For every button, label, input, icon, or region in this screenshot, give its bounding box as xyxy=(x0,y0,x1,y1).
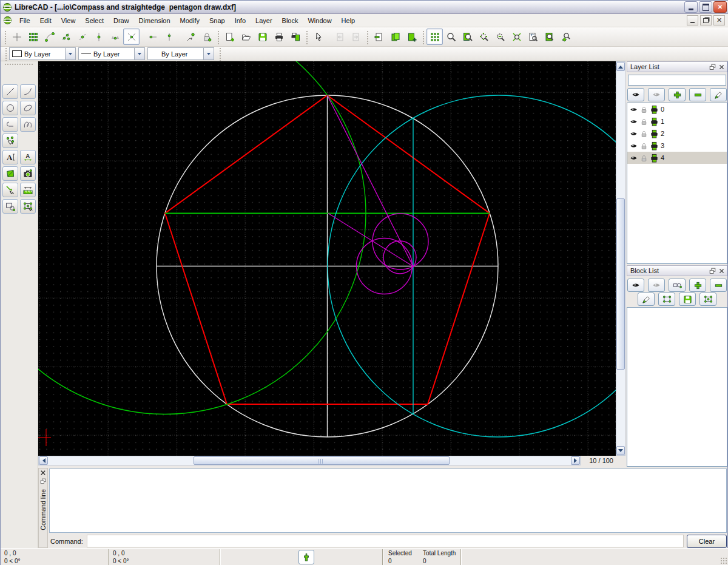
menu-dimension[interactable]: Dimension xyxy=(134,15,175,26)
layer-visible-icon[interactable] xyxy=(629,118,638,126)
menu-modify[interactable]: Modify xyxy=(175,15,204,26)
layer-visible-icon[interactable] xyxy=(629,130,638,138)
linewidth-combobox-arrow[interactable] xyxy=(203,48,214,59)
layer-row[interactable]: 1 xyxy=(627,115,727,127)
add-block-button[interactable] xyxy=(689,279,706,292)
snap-endpoint-button[interactable] xyxy=(41,29,58,45)
toolbar-grip[interactable] xyxy=(217,30,220,44)
drawing-svg[interactable] xyxy=(38,61,616,456)
menu-window[interactable]: Window xyxy=(303,15,336,26)
zoom-out-button[interactable] xyxy=(492,29,508,45)
snap-distance-button[interactable] xyxy=(107,29,123,45)
menu-draw[interactable]: Draw xyxy=(109,15,134,26)
scroll-left-button[interactable] xyxy=(39,456,48,465)
show-all-blocks-button[interactable] xyxy=(627,279,644,292)
palette-grip[interactable] xyxy=(4,63,34,66)
layer-lock-icon[interactable] xyxy=(640,106,648,113)
scroll-down-button[interactable] xyxy=(616,446,625,455)
paste-button[interactable] xyxy=(403,29,420,45)
layer-lock-icon[interactable] xyxy=(640,142,648,150)
add-layer-button[interactable] xyxy=(669,88,686,101)
snap-free-button[interactable] xyxy=(8,29,25,45)
menu-select[interactable]: Select xyxy=(80,15,109,26)
horizontal-scroll-thumb[interactable] xyxy=(194,456,450,465)
float-dock-icon[interactable] xyxy=(40,478,46,484)
block-insert-tool-button[interactable] xyxy=(2,199,18,214)
text-tool-button[interactable]: A xyxy=(2,150,18,164)
hide-all-blocks-button[interactable] xyxy=(648,279,665,292)
menu-layer[interactable]: Layer xyxy=(251,15,277,26)
image-tool-button[interactable] xyxy=(20,166,36,181)
menu-info[interactable]: Info xyxy=(230,15,251,26)
color-combobox[interactable]: By Layer xyxy=(9,47,76,60)
snap-middle-button[interactable] xyxy=(90,29,107,45)
undo-button[interactable] xyxy=(331,29,348,45)
layer-row[interactable]: 4 xyxy=(627,152,727,164)
lock-relative-zero-button[interactable] xyxy=(198,29,215,45)
toolbar-grip[interactable] xyxy=(4,47,7,61)
layer-row[interactable]: 3 xyxy=(627,140,727,152)
mdi-restore-button[interactable] xyxy=(700,15,712,25)
toolbar-grip[interactable] xyxy=(305,30,308,44)
show-all-layers-button[interactable] xyxy=(627,88,644,101)
measure-tool-button[interactable] xyxy=(20,183,36,197)
copy-button[interactable] xyxy=(387,29,403,45)
layer-print-icon[interactable] xyxy=(650,154,659,163)
linetype-combobox-arrow[interactable] xyxy=(134,48,144,59)
toolbar-grip[interactable] xyxy=(366,30,369,44)
line-tool-button[interactable] xyxy=(2,84,18,99)
layer-visible-icon[interactable] xyxy=(629,154,638,162)
close-panel-icon[interactable] xyxy=(718,64,725,70)
restrict-horizontal-button[interactable] xyxy=(144,29,161,45)
block-list[interactable] xyxy=(627,307,727,467)
layer-lock-icon[interactable] xyxy=(640,130,648,138)
menu-file[interactable]: File xyxy=(15,15,35,26)
window-minimize-button[interactable] xyxy=(684,1,698,13)
zoom-pan-button[interactable] xyxy=(558,29,574,45)
attributes-block-button[interactable] xyxy=(638,293,655,306)
new-file-button[interactable] xyxy=(221,29,238,45)
menu-view[interactable]: View xyxy=(56,15,81,26)
toolbar-grip[interactable] xyxy=(4,30,7,44)
restrict-vertical-button[interactable] xyxy=(161,29,177,45)
layer-row[interactable]: 2 xyxy=(627,127,727,140)
remove-block-button[interactable] xyxy=(710,279,727,292)
layer-lock-icon[interactable] xyxy=(640,118,648,126)
polyline-tool-button[interactable] xyxy=(2,117,18,132)
hatch-tool-button[interactable] xyxy=(2,166,18,181)
arc-tool-button[interactable] xyxy=(20,84,36,99)
close-panel-icon[interactable] xyxy=(718,268,725,274)
clear-button[interactable]: Clear xyxy=(687,535,727,548)
layer-list-titlebar[interactable]: Layer List xyxy=(627,61,727,72)
redo-button[interactable] xyxy=(348,29,364,45)
menu-snap[interactable]: Snap xyxy=(204,15,230,26)
zoom-page-button[interactable] xyxy=(541,29,558,45)
horizontal-scrollbar[interactable] xyxy=(38,456,581,465)
layer-print-icon[interactable] xyxy=(650,141,659,151)
layer-visible-icon[interactable] xyxy=(629,142,638,150)
zoom-in-button[interactable] xyxy=(476,29,492,45)
zoom-previous-button[interactable] xyxy=(525,29,541,45)
zoom-window-button[interactable] xyxy=(459,29,476,45)
select-tool-button[interactable] xyxy=(2,134,18,148)
layer-print-icon[interactable] xyxy=(650,105,659,114)
float-panel-icon[interactable] xyxy=(709,268,716,274)
snap-center-button[interactable] xyxy=(74,29,90,45)
block-edit-tool-button[interactable] xyxy=(20,199,36,214)
snap-grid-button[interactable] xyxy=(25,29,41,45)
grid-toggle-button[interactable] xyxy=(426,29,443,45)
toolbar-grip[interactable] xyxy=(218,47,221,61)
window-maximize-button[interactable] xyxy=(699,1,712,13)
vertical-scrollbar[interactable] xyxy=(616,61,625,456)
command-history[interactable] xyxy=(49,469,727,533)
toolbar-grip[interactable] xyxy=(422,30,425,44)
remove-layer-button[interactable] xyxy=(689,88,706,101)
edit-layer-button[interactable] xyxy=(710,88,727,101)
save-block-button[interactable] xyxy=(679,293,696,306)
action-status-button[interactable] xyxy=(298,550,314,564)
cut-button[interactable] xyxy=(371,29,387,45)
layer-print-icon[interactable] xyxy=(650,129,659,138)
linetype-combobox[interactable]: By Layer xyxy=(78,47,145,60)
edit-block-button[interactable] xyxy=(658,293,675,306)
snap-on-entity-button[interactable] xyxy=(58,29,74,45)
